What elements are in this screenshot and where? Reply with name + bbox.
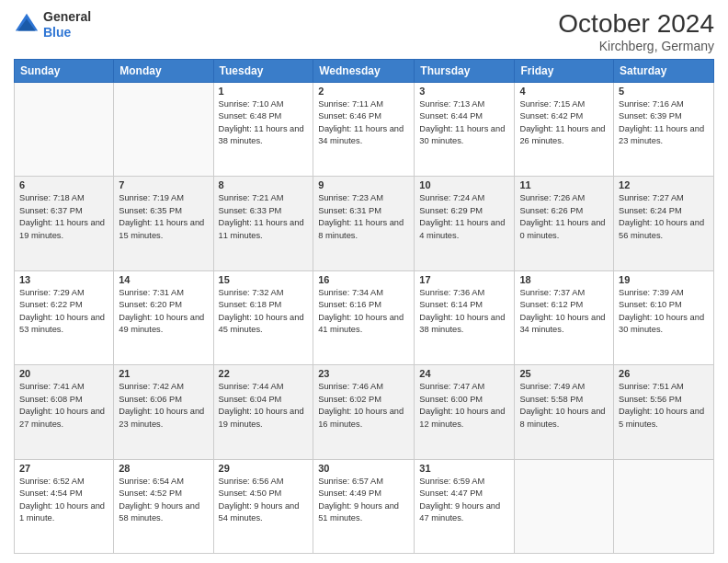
calendar-cell: 12Sunrise: 7:27 AM Sunset: 6:24 PM Dayli… (614, 177, 714, 270)
day-info: Sunrise: 7:39 AM Sunset: 6:10 PM Dayligh… (619, 287, 709, 337)
page: General Blue October 2024 Kirchberg, Ger… (0, 0, 728, 563)
day-number: 2 (318, 86, 409, 97)
calendar-cell (614, 459, 714, 553)
day-info: Sunrise: 6:56 AM Sunset: 4:50 PM Dayligh… (219, 476, 309, 525)
day-number: 30 (318, 463, 409, 474)
calendar-cell (515, 459, 614, 553)
day-number: 3 (419, 86, 509, 97)
day-info: Sunrise: 7:41 AM Sunset: 6:08 PM Dayligh… (19, 381, 108, 431)
calendar-cell: 24Sunrise: 7:47 AM Sunset: 6:00 PM Dayli… (415, 365, 515, 459)
day-info: Sunrise: 7:26 AM Sunset: 6:26 PM Dayligh… (519, 192, 609, 242)
calendar-cell: 29Sunrise: 6:56 AM Sunset: 4:50 PM Dayli… (213, 459, 313, 553)
day-info: Sunrise: 7:15 AM Sunset: 6:42 PM Dayligh… (519, 98, 609, 148)
calendar-cell: 26Sunrise: 7:51 AM Sunset: 5:56 PM Dayli… (614, 365, 714, 459)
calendar-cell: 7Sunrise: 7:19 AM Sunset: 6:35 PM Daylig… (114, 177, 213, 270)
logo-general: General (43, 9, 91, 25)
day-number: 27 (19, 463, 108, 474)
day-number: 31 (419, 463, 509, 474)
day-info: Sunrise: 7:29 AM Sunset: 6:22 PM Dayligh… (19, 287, 108, 337)
calendar-cell: 2Sunrise: 7:11 AM Sunset: 6:46 PM Daylig… (313, 83, 415, 177)
day-info: Sunrise: 7:13 AM Sunset: 6:44 PM Dayligh… (419, 98, 509, 148)
day-number: 12 (619, 179, 709, 190)
day-number: 18 (519, 274, 609, 285)
calendar-cell: 28Sunrise: 6:54 AM Sunset: 4:52 PM Dayli… (114, 459, 213, 553)
calendar-cell: 25Sunrise: 7:49 AM Sunset: 5:58 PM Dayli… (515, 365, 614, 459)
calendar: SundayMondayTuesdayWednesdayThursdayFrid… (14, 59, 714, 554)
day-number: 26 (619, 368, 709, 379)
day-info: Sunrise: 7:11 AM Sunset: 6:46 PM Dayligh… (318, 98, 409, 148)
day-info: Sunrise: 7:21 AM Sunset: 6:33 PM Dayligh… (219, 192, 309, 242)
day-number: 10 (419, 179, 509, 190)
day-number: 25 (519, 368, 609, 379)
day-info: Sunrise: 7:18 AM Sunset: 6:37 PM Dayligh… (19, 192, 108, 242)
calendar-cell: 9Sunrise: 7:23 AM Sunset: 6:31 PM Daylig… (313, 177, 415, 270)
day-number: 9 (318, 179, 409, 190)
day-number: 28 (119, 463, 208, 474)
day-info: Sunrise: 7:37 AM Sunset: 6:12 PM Dayligh… (519, 287, 609, 337)
logo-icon (14, 12, 40, 38)
day-info: Sunrise: 6:59 AM Sunset: 4:47 PM Dayligh… (419, 476, 509, 525)
day-number: 6 (19, 179, 108, 190)
day-number: 24 (419, 368, 509, 379)
day-info: Sunrise: 7:10 AM Sunset: 6:48 PM Dayligh… (219, 98, 309, 148)
weekday-thursday: Thursday (415, 60, 515, 83)
week-row-1: 1Sunrise: 7:10 AM Sunset: 6:48 PM Daylig… (15, 83, 714, 177)
day-number: 22 (219, 368, 309, 379)
day-info: Sunrise: 7:24 AM Sunset: 6:29 PM Dayligh… (419, 192, 509, 242)
day-number: 17 (419, 274, 509, 285)
calendar-cell: 22Sunrise: 7:44 AM Sunset: 6:04 PM Dayli… (213, 365, 313, 459)
weekday-wednesday: Wednesday (313, 60, 415, 83)
logo: General Blue (14, 9, 91, 40)
day-number: 19 (619, 274, 709, 285)
calendar-cell: 5Sunrise: 7:16 AM Sunset: 6:39 PM Daylig… (614, 83, 714, 177)
day-number: 21 (119, 368, 208, 379)
day-number: 20 (19, 368, 108, 379)
day-info: Sunrise: 7:32 AM Sunset: 6:18 PM Dayligh… (219, 287, 309, 337)
calendar-cell: 16Sunrise: 7:34 AM Sunset: 6:16 PM Dayli… (313, 270, 415, 364)
day-info: Sunrise: 7:27 AM Sunset: 6:24 PM Dayligh… (619, 192, 709, 242)
calendar-cell: 3Sunrise: 7:13 AM Sunset: 6:44 PM Daylig… (415, 83, 515, 177)
week-row-3: 13Sunrise: 7:29 AM Sunset: 6:22 PM Dayli… (15, 270, 714, 364)
title-block: October 2024 Kirchberg, Germany (558, 9, 714, 53)
calendar-cell: 10Sunrise: 7:24 AM Sunset: 6:29 PM Dayli… (415, 177, 515, 270)
day-info: Sunrise: 7:31 AM Sunset: 6:20 PM Dayligh… (119, 287, 208, 337)
logo-text: General Blue (43, 9, 91, 40)
weekday-saturday: Saturday (614, 60, 714, 83)
calendar-cell: 8Sunrise: 7:21 AM Sunset: 6:33 PM Daylig… (213, 177, 313, 270)
day-info: Sunrise: 7:19 AM Sunset: 6:35 PM Dayligh… (119, 192, 208, 242)
calendar-cell: 11Sunrise: 7:26 AM Sunset: 6:26 PM Dayli… (515, 177, 614, 270)
day-info: Sunrise: 6:52 AM Sunset: 4:54 PM Dayligh… (19, 476, 108, 525)
day-number: 5 (619, 86, 709, 97)
calendar-cell: 15Sunrise: 7:32 AM Sunset: 6:18 PM Dayli… (213, 270, 313, 364)
day-number: 11 (519, 179, 609, 190)
day-info: Sunrise: 7:44 AM Sunset: 6:04 PM Dayligh… (219, 381, 309, 431)
calendar-cell (114, 83, 213, 177)
calendar-cell: 18Sunrise: 7:37 AM Sunset: 6:12 PM Dayli… (515, 270, 614, 364)
weekday-tuesday: Tuesday (213, 60, 313, 83)
day-info: Sunrise: 7:34 AM Sunset: 6:16 PM Dayligh… (318, 287, 409, 337)
week-row-5: 27Sunrise: 6:52 AM Sunset: 4:54 PM Dayli… (15, 459, 714, 553)
weekday-sunday: Sunday (15, 60, 114, 83)
day-number: 4 (519, 86, 609, 97)
location: Kirchberg, Germany (558, 39, 714, 53)
day-number: 29 (219, 463, 309, 474)
day-info: Sunrise: 7:23 AM Sunset: 6:31 PM Dayligh… (318, 192, 409, 242)
day-number: 15 (219, 274, 309, 285)
calendar-cell: 21Sunrise: 7:42 AM Sunset: 6:06 PM Dayli… (114, 365, 213, 459)
calendar-cell: 19Sunrise: 7:39 AM Sunset: 6:10 PM Dayli… (614, 270, 714, 364)
day-info: Sunrise: 7:42 AM Sunset: 6:06 PM Dayligh… (119, 381, 208, 431)
calendar-cell: 20Sunrise: 7:41 AM Sunset: 6:08 PM Dayli… (15, 365, 114, 459)
day-info: Sunrise: 7:47 AM Sunset: 6:00 PM Dayligh… (419, 381, 509, 431)
day-number: 1 (219, 86, 309, 97)
day-number: 14 (119, 274, 208, 285)
day-number: 8 (219, 179, 309, 190)
day-info: Sunrise: 7:46 AM Sunset: 6:02 PM Dayligh… (318, 381, 409, 431)
weekday-header-row: SundayMondayTuesdayWednesdayThursdayFrid… (15, 60, 714, 83)
day-number: 7 (119, 179, 208, 190)
day-number: 13 (19, 274, 108, 285)
day-info: Sunrise: 6:54 AM Sunset: 4:52 PM Dayligh… (119, 476, 208, 525)
week-row-4: 20Sunrise: 7:41 AM Sunset: 6:08 PM Dayli… (15, 365, 714, 459)
month-title: October 2024 (558, 9, 714, 39)
day-number: 23 (318, 368, 409, 379)
calendar-cell: 1Sunrise: 7:10 AM Sunset: 6:48 PM Daylig… (213, 83, 313, 177)
